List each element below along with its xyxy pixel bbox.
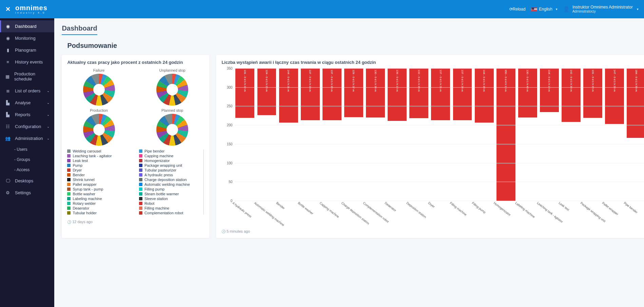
legend-item: Complementation robot (139, 211, 204, 215)
donut-label: Unplanned stop (141, 68, 204, 72)
sidebar-item-analyse[interactable]: ▙Analyse⌄ (0, 97, 54, 109)
sidebar-subitem[interactable]: - Groups (0, 155, 54, 165)
chevron-down-icon: ⌄ (47, 125, 50, 128)
donut-chart (83, 74, 115, 106)
legend-swatch (67, 149, 71, 153)
bar-value-label: 124 - 0 d 1 h 25 m (265, 68, 268, 92)
menu-icon: 🖵 (5, 178, 11, 183)
sidebar-item-dashboard[interactable]: ◉Dashboard (0, 20, 54, 32)
user-menu[interactable]: 👤 Instruktor Omnimes Administrator Admin… (563, 5, 639, 14)
legend-text: Automatic welding machine (144, 182, 190, 186)
legend-text: Filling pump (144, 187, 164, 191)
legend-text: Pallet wrapper (73, 182, 96, 186)
menu-icon: ▮ (5, 48, 11, 53)
legend-text: Steam bottle warmer (144, 192, 179, 196)
sidebar-item-configuration[interactable]: ☷Configuration⌄ (0, 121, 54, 132)
legend-item: Package wrapping unit (139, 163, 204, 167)
donut-label: Planned stop (141, 108, 204, 112)
legend-text: Capping machine (144, 154, 174, 158)
legend-swatch (139, 202, 142, 205)
legend-swatch (139, 164, 142, 167)
bar: 137 - 0 d 1 h 21 m (431, 68, 450, 120)
bar: 350 - 0 d 4 h 10 m (496, 68, 515, 201)
sidebar-item-history-events[interactable]: ≡History events (0, 56, 54, 68)
brand-logo[interactable]: omnimes industry 4.0 (15, 4, 47, 15)
bar-column: 139 - 0 d 1 h 16 m (387, 68, 408, 201)
legend-item: Leak test (67, 159, 132, 163)
bar-value-label: 137 - 0 d 1 h 28 m (309, 68, 312, 92)
legend-item: Filling machine (139, 206, 204, 210)
sidebar-item-production-schedule[interactable]: ▦Production schedule (0, 68, 54, 85)
legend-text: Leaching tank - agitator (73, 154, 112, 158)
sidebar-subitem[interactable]: - Access (0, 165, 54, 175)
legend-text: Welding carousel (73, 149, 101, 153)
legend-text: Syrup tank - pump (73, 187, 103, 191)
legend-text: Filling machine (144, 206, 169, 210)
legend-item: Welding carousel (67, 149, 132, 153)
bar-value-label: 131 - 0 d 1 h 22 m (243, 68, 247, 92)
bar-value-label: 137 - 0 d 1 h 35 m (330, 68, 333, 92)
legend-swatch (139, 206, 142, 210)
bar-value-label: 130 - 0 d 1 h 34 m (374, 68, 377, 92)
donut-failure: Failure (67, 68, 131, 106)
card-title: Aktualny czas pracy jako procent z ostat… (67, 60, 204, 65)
sidebar-subitem[interactable]: - Users (0, 144, 54, 155)
menu-icon: ▙ (5, 112, 11, 117)
language-label: English (539, 7, 552, 12)
legend-text: Package wrapping unit (144, 163, 182, 167)
legend-swatch (139, 149, 142, 153)
legend-text: Homogenizator (144, 159, 170, 163)
legend-text: Dryer (73, 168, 82, 172)
legend-text: Pump (73, 163, 82, 167)
legend-text: Tubular holder (73, 211, 97, 215)
legend-swatch (67, 197, 71, 200)
menu-icon: ▙ (5, 100, 11, 105)
bar-column: 137 - 0 d 1 h 21 m (430, 68, 451, 201)
x-label: Pump (633, 201, 644, 232)
bar-value-label: 129 - 0 d 1 h 27 m (352, 68, 355, 92)
menu-icon: ▦ (5, 74, 10, 79)
sidebar-item-settings[interactable]: ⚙Settings (0, 187, 54, 199)
sidebar-item-reports[interactable]: ▙Reports⌄ (0, 109, 54, 121)
donut-planned-stop: Planned stop (141, 108, 204, 146)
legend-item: Robot (139, 201, 204, 205)
bar: 139 - 0 d 1 h 16 m (388, 68, 407, 121)
bar-column: 116 - 0 d 1 h 15 m (539, 68, 560, 201)
sidebar-item-planogram[interactable]: ▮Planogram (0, 44, 54, 56)
bar-value-label: 116 - 0 d 1 h 15 m (548, 68, 551, 92)
card-worktime: Aktualny czas pracy jako procent z ostat… (62, 55, 209, 238)
sidebar-label: List of orders (15, 88, 40, 93)
card-failures: Liczba wystąpień awarii i łączny czas tr… (216, 55, 644, 238)
legend-swatch (139, 211, 142, 215)
legend-item: Charge deposition station (139, 178, 204, 182)
chevron-down-icon: ▾ (637, 7, 639, 11)
legend-swatch (67, 192, 71, 196)
chevron-down-icon: ⌄ (47, 89, 50, 93)
y-tick: 250 (227, 104, 233, 108)
legend-item: Syrup tank - pump (67, 187, 132, 191)
legend-item: Shrink tunnel (67, 178, 132, 182)
bar: 130 - 0 d 1 h 43 m (518, 68, 537, 118)
donut-chart (156, 74, 188, 106)
reload-button[interactable]: Reload (509, 7, 526, 12)
donut-unplanned-stop: Unplanned stop (141, 68, 204, 106)
sidebar-item-monitoring[interactable]: ◉Monitoring (0, 32, 54, 44)
legend-item: Leaching tank - agitator (67, 154, 132, 158)
close-icon[interactable]: ✕ (5, 5, 11, 13)
sidebar-item-administration[interactable]: 👥Administration⌄ (0, 132, 54, 144)
sidebar-item-list-of-orders[interactable]: ≣List of orders⌄ (0, 85, 54, 97)
bar-column: 129 - 0 d 1 h 27 m (343, 68, 364, 201)
legend-item: Sleeve station (139, 197, 204, 201)
legend-swatch (139, 159, 142, 162)
legend-text: Bottle washer (73, 192, 95, 196)
bar-column: 130 - 0 d 1 h 43 m (517, 68, 538, 201)
bar-value-label: 132 - 0 d 1 h 36 m (417, 68, 421, 92)
sidebar-label: Configuration (15, 124, 41, 129)
y-tick: 150 (227, 142, 233, 146)
bar: 131 - 0 d 1 h 25 m (583, 68, 602, 118)
bar-column: 131 - 0 d 1 h 22 m (234, 68, 255, 201)
language-selector[interactable]: English ▾ (531, 7, 558, 12)
legend-item: Homogenizator (139, 159, 204, 163)
legend-swatch (139, 154, 142, 158)
sidebar-item-desktops[interactable]: 🖵Desktops (0, 175, 54, 187)
